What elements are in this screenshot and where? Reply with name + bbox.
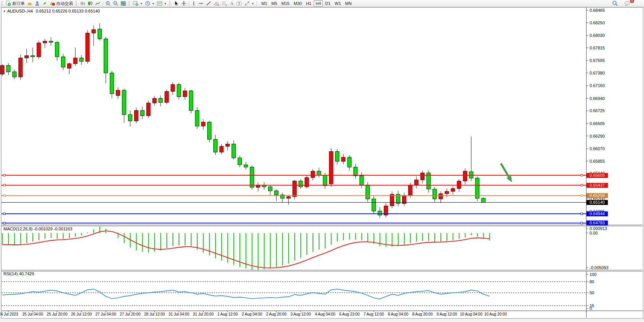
templates-button[interactable]: ▼ — [156, 0, 168, 6]
macd-tick-label: 0.00 — [590, 231, 598, 235]
vertical-line-button[interactable] — [190, 0, 197, 6]
autotrade-icon — [50, 1, 55, 6]
indicators-add-icon — [133, 1, 139, 6]
vertical-line-icon — [191, 1, 196, 6]
bar-chart-icon — [80, 1, 85, 6]
candlestick-chart-icon — [88, 1, 93, 6]
time-axis-label: 4 Aug 04:00 — [315, 312, 335, 316]
timeframe-h4-button[interactable]: H4 — [314, 0, 323, 6]
arrow-tools-icon — [244, 1, 250, 6]
time-axis-label: 6 Aug 23:00 — [339, 312, 359, 316]
label-button[interactable]: T — [235, 0, 243, 6]
rsi-label: RSI(14) 40.7429 — [3, 271, 34, 276]
toolbar-right: 1 — [611, 0, 632, 6]
chart-window[interactable] — [1, 7, 643, 319]
timeframe-toolbar: M1M5M15M30H1H4D1W1MN — [260, 0, 354, 6]
crosshair-button[interactable] — [180, 0, 188, 6]
fibonacci-button[interactable]: F — [220, 0, 228, 6]
rsi-tick-label: 80 — [590, 279, 594, 284]
pane-splitter-rsi[interactable] — [2, 270, 642, 271]
dropdown-caret-icon: ▼ — [252, 2, 254, 5]
line-chart-button[interactable] — [94, 0, 102, 6]
autotrade-button[interactable]: 自动交易 — [49, 0, 74, 6]
line-chart-icon — [95, 1, 100, 6]
price-tick-label: 0.66070 — [590, 146, 605, 151]
zoom-in-icon — [105, 1, 111, 6]
time-axis-label: 3 Aug 12:00 — [290, 312, 311, 316]
candlestick-chart-button[interactable] — [86, 0, 94, 6]
signal-button[interactable] — [41, 0, 49, 6]
toolbar-grip — [169, 1, 171, 6]
price-tick-label: 0.66725 — [590, 108, 605, 113]
rsi-value: 40.7429 — [19, 271, 34, 276]
hline-price-tag: 0.65258 — [587, 193, 608, 198]
cursor-button[interactable] — [172, 0, 180, 6]
pane-splitter-macd[interactable] — [2, 225, 642, 226]
new-order-button[interactable]: 新订单 — [5, 0, 26, 6]
publisher-button[interactable] — [33, 0, 41, 6]
bar-chart-button[interactable] — [79, 0, 86, 6]
hline-price-tag: 0.65437 — [587, 183, 608, 188]
autotrade-label: 自动交易 — [56, 1, 73, 6]
price-tick-label: 0.68250 — [590, 21, 605, 25]
crosshair-icon — [181, 1, 187, 6]
text-button[interactable]: A — [228, 0, 235, 6]
equidistant-channel-icon: E — [214, 1, 219, 6]
time-axis-label: 9 Aug 12:00 — [437, 312, 457, 316]
trading-platform-window: 新订单 自动交易 — [0, 0, 644, 322]
label-icon: T — [236, 1, 242, 6]
timeframe-m15-button[interactable]: M15 — [279, 0, 291, 6]
time-axis-label: 1 Aug 12:00 — [217, 312, 238, 316]
macd-tick-label: 0.000913 — [590, 226, 607, 231]
indicators-add-button[interactable]: ▼ — [132, 0, 144, 6]
notifications-button[interactable]: 1 — [623, 0, 632, 6]
macd-signal-value: -0.001163 — [54, 227, 72, 231]
time-axis-label: 31 Jul 20:00 — [193, 312, 214, 316]
price-tick-label: 0.66940 — [590, 96, 605, 101]
svg-text:T: T — [238, 2, 240, 6]
price-tick-label: 0.68030 — [590, 33, 605, 38]
timeframe-mn-button[interactable]: MN — [343, 0, 354, 6]
templates-icon — [157, 1, 163, 6]
timeframe-w1-button[interactable]: W1 — [333, 0, 343, 6]
gold-button[interactable] — [26, 0, 33, 6]
timeframe-m5-button[interactable]: M5 — [269, 0, 279, 6]
dropdown-caret-icon: ▼ — [152, 2, 155, 5]
timeframe-m30-button[interactable]: M30 — [292, 0, 304, 6]
macd-label: MACD(12,26,9) -0.001029 -0.001163 — [3, 227, 72, 231]
periods-clock-icon — [145, 1, 150, 6]
price-tick-label: 0.68465 — [590, 8, 605, 13]
horizontal-line-button[interactable] — [197, 0, 205, 6]
macd-name: MACD(12,26,9) — [3, 227, 32, 231]
price-tick-label: 0.66505 — [590, 121, 605, 126]
time-axis-label: 10 Aug 20:00 — [485, 312, 507, 316]
chart-dropdown-icon[interactable]: ▼ — [3, 10, 6, 13]
chart-title[interactable]: ▼AUDUSD-,H40.65212 0.65226 0.65133 0.651… — [3, 9, 100, 13]
hline-price-tag: 0.64944 — [587, 211, 608, 216]
toolbar-separator — [257, 1, 257, 6]
price-tick-label: 0.67160 — [590, 83, 605, 88]
price-tick-label: 0.67815 — [590, 46, 605, 50]
arrow-tools-button[interactable]: ▼ — [243, 0, 255, 6]
trendline-button[interactable] — [205, 0, 212, 6]
timeframe-h1-button[interactable]: H1 — [304, 0, 313, 6]
price-tick-label: 0.67380 — [590, 71, 605, 75]
tile-windows-button[interactable] — [120, 0, 127, 6]
time-axis-label: 31 Jul 04:00 — [169, 312, 190, 316]
periods-button[interactable]: ▼ — [144, 0, 156, 6]
new-order-icon — [6, 1, 11, 6]
macd-tick-label: -0.005093 — [590, 265, 609, 270]
zoom-out-button[interactable] — [112, 0, 120, 6]
timeframe-m1-button[interactable]: M1 — [260, 0, 269, 6]
search-button[interactable] — [611, 0, 619, 6]
zoom-in-button[interactable] — [104, 0, 112, 6]
new-order-label: 新订单 — [12, 1, 25, 6]
time-axis-label: 25 Jul 20:00 — [47, 312, 68, 316]
equidistant-channel-button[interactable]: E — [212, 0, 220, 6]
rsi-tick-label: 0 — [590, 306, 592, 311]
svg-text:F: F — [226, 4, 227, 6]
notification-badge: 1 — [630, 0, 634, 3]
timeframe-d1-button[interactable]: D1 — [323, 0, 332, 6]
toolbar-grip — [129, 1, 131, 6]
rsi-tick-label: 50 — [590, 290, 594, 295]
